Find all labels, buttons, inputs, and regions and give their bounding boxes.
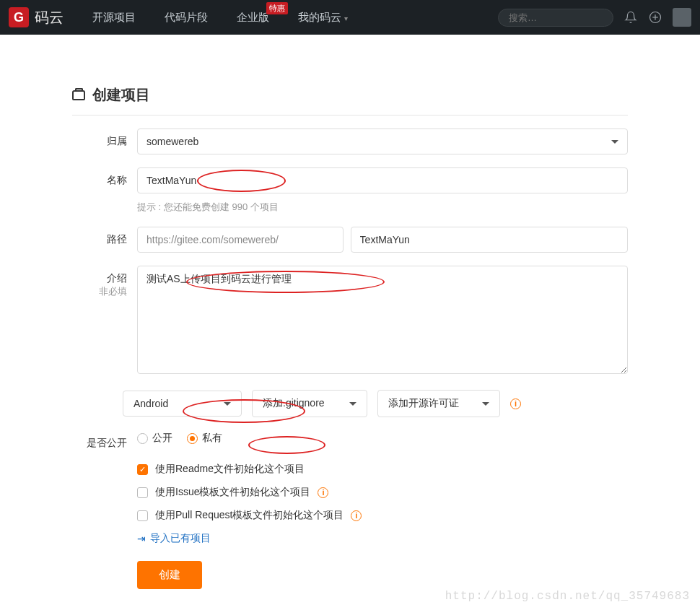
info-icon[interactable]: i <box>510 398 521 409</box>
nav-my[interactable]: 我的码云 <box>284 11 362 25</box>
name-input[interactable] <box>137 167 628 193</box>
search-input[interactable] <box>498 9 613 27</box>
path-prefix: https://gitee.com/somewereb/ <box>137 227 344 253</box>
check-pr-label: 使用Pull Request模板文件初始化这个项目 <box>155 509 344 522</box>
path-input[interactable] <box>351 227 628 253</box>
plus-icon[interactable] <box>648 10 662 25</box>
owner-select[interactable]: somewereb <box>137 128 628 154</box>
intro-label: 介绍 非必填 <box>72 266 137 298</box>
owner-label: 归属 <box>72 128 137 148</box>
nav-opensource[interactable]: 开源项目 <box>78 11 150 25</box>
logo[interactable]: G 码云 <box>9 7 64 27</box>
project-icon <box>72 90 85 100</box>
path-label: 路径 <box>72 227 137 246</box>
radio-public[interactable] <box>137 433 148 444</box>
license-value: 添加开源许可证 <box>388 397 459 410</box>
radio-private-label: 私有 <box>202 432 222 445</box>
license-select[interactable]: 添加开源许可证 <box>377 390 500 417</box>
check-issue[interactable] <box>137 487 148 498</box>
chevron-down-icon <box>482 402 489 406</box>
info-icon[interactable]: i <box>318 487 328 498</box>
page-title-row: 创建项目 <box>72 71 628 116</box>
import-link[interactable]: ⇥ 导入已有项目 <box>137 532 628 545</box>
check-pr[interactable] <box>137 510 148 521</box>
chevron-down-icon <box>224 402 231 406</box>
gitignore-select[interactable]: 添加.gitignore <box>252 390 367 417</box>
check-readme-label: 使用Readme文件初始化这个项目 <box>155 463 305 476</box>
page-title: 创建项目 <box>92 85 150 105</box>
import-icon: ⇥ <box>137 533 146 544</box>
radio-public-label: 公开 <box>152 432 172 445</box>
chevron-down-icon <box>349 402 356 406</box>
intro-textarea[interactable] <box>137 266 628 374</box>
check-readme[interactable] <box>137 464 148 475</box>
intro-label-text: 介绍 <box>72 272 127 285</box>
nav-snippets[interactable]: 代码片段 <box>150 11 222 25</box>
name-hint: 提示 : 您还能免费创建 990 个项目 <box>137 201 628 214</box>
avatar[interactable] <box>673 8 691 27</box>
nav-menu: 开源项目 代码片段 企业版 特惠 我的码云 <box>78 11 362 25</box>
watermark: http://blog.csdn.net/qq_35749683 <box>445 590 690 603</box>
create-form: 归属 somewereb 名称 提示 : 您还能免费创建 990 个项目 路径 … <box>72 116 628 589</box>
submit-button[interactable]: 创建 <box>137 561 202 589</box>
language-select[interactable]: Android <box>123 391 242 417</box>
radio-private[interactable] <box>187 433 198 444</box>
owner-value: somewereb <box>146 136 198 147</box>
intro-sublabel: 非必填 <box>72 285 127 298</box>
import-link-label: 导入已有项目 <box>150 532 211 545</box>
bell-icon[interactable] <box>624 10 638 25</box>
nav-enterprise-label: 企业版 <box>237 11 269 23</box>
logo-icon: G <box>9 7 29 27</box>
gitignore-value: 添加.gitignore <box>263 397 325 410</box>
main-container: 创建项目 归属 somewereb 名称 提示 : 您还能免费创建 990 个项… <box>65 71 635 589</box>
public-label: 是否公开 <box>72 430 137 450</box>
top-nav: G 码云 开源项目 代码片段 企业版 特惠 我的码云 <box>0 0 700 35</box>
check-issue-label: 使用Issue模板文件初始化这个项目 <box>155 486 310 499</box>
language-value: Android <box>134 398 168 409</box>
logo-text: 码云 <box>35 8 64 27</box>
name-label: 名称 <box>72 167 137 187</box>
chevron-down-icon <box>611 140 618 144</box>
info-icon[interactable]: i <box>351 510 362 521</box>
nav-enterprise[interactable]: 企业版 特惠 <box>222 11 284 25</box>
